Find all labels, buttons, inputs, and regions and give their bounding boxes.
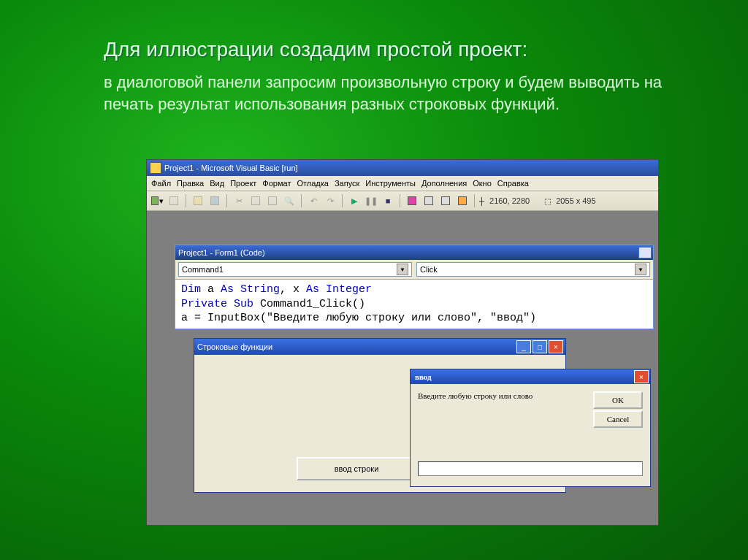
inputbox-field[interactable]: [418, 461, 643, 476]
run-icon[interactable]: ▶: [347, 193, 362, 208]
stop-icon[interactable]: ■: [381, 193, 395, 208]
app-icon: [150, 162, 161, 174]
code-title-text: Project1 - Form1 (Code): [178, 248, 265, 257]
menu-window[interactable]: Окно: [473, 179, 492, 188]
form-title-text: Строковые функции: [197, 342, 272, 351]
cut-icon: ✂: [232, 193, 246, 208]
code-window: Project1 - Form1 (Code) Command1 ▼ Click…: [175, 245, 654, 329]
menu-run[interactable]: Запуск: [335, 179, 359, 188]
maximize-icon[interactable]: □: [533, 340, 547, 353]
addform-icon[interactable]: ▾: [150, 193, 164, 208]
chevron-down-icon[interactable]: ▼: [397, 264, 408, 275]
menu-edit[interactable]: Правка: [177, 179, 204, 188]
form-titlebar[interactable]: Строковые функции _ □ ×: [194, 339, 565, 355]
addmodule-icon: [167, 193, 181, 208]
code-area[interactable]: Dim a As String, x As Integer Private Su…: [175, 280, 653, 329]
pause-icon[interactable]: ❚❚: [364, 193, 378, 208]
procedure-combo[interactable]: Click ▼: [416, 262, 650, 277]
paste-icon: [265, 193, 280, 208]
menu-tools[interactable]: Инструменты: [365, 179, 416, 188]
inputbox-title-text: ввод: [415, 372, 432, 381]
redo-icon: ↷: [323, 193, 337, 208]
minimize-icon[interactable]: _: [516, 340, 531, 353]
menu-debug[interactable]: Отладка: [297, 179, 328, 188]
slide-subtitle: в диалоговой панели запросим произвольну…: [0, 61, 748, 115]
object-combo[interactable]: Command1 ▼: [178, 262, 412, 277]
chevron-down-icon[interactable]: ▼: [635, 264, 646, 275]
code-line-2: Private Sub Command1_Click(): [181, 297, 647, 312]
procedure-combo-value: Click: [420, 265, 438, 274]
ide-title-text: Project1 - Microsoft Visual Basic [run]: [164, 164, 298, 172]
inputbox-dialog: ввод × Введите любую строку или слово OK…: [410, 369, 651, 487]
undo-icon: ↶: [306, 193, 321, 208]
menu-bar[interactable]: Файл Правка Вид Проект Формат Отладка За…: [147, 176, 658, 191]
save-icon: [207, 193, 222, 208]
menu-project[interactable]: Проект: [230, 179, 256, 188]
find-icon: 🔍: [282, 193, 297, 208]
object-browser-icon[interactable]: [438, 193, 453, 208]
menu-format[interactable]: Формат: [262, 179, 291, 188]
vb-ide-window: Project1 - Microsoft Visual Basic [run] …: [146, 159, 659, 526]
close-icon[interactable]: ×: [549, 340, 563, 353]
code-line-3: a = InputBox("Введите любую строку или с…: [181, 311, 647, 326]
menu-view[interactable]: Вид: [210, 179, 224, 188]
inputbox-titlebar[interactable]: ввод ×: [411, 369, 650, 384]
ide-titlebar[interactable]: Project1 - Microsoft Visual Basic [run]: [147, 160, 658, 176]
slide-title: Для иллюстрации создадим простой проект:: [0, 0, 748, 61]
object-combo-value: Command1: [182, 265, 224, 274]
inputbox-prompt: Введите любую строку или слово: [418, 391, 533, 400]
menu-file[interactable]: Файл: [151, 179, 171, 188]
ok-button[interactable]: OK: [593, 391, 643, 409]
menu-addins[interactable]: Дополнения: [421, 179, 467, 188]
toolbar: ▾ ✂ 🔍 ↶ ↷ ▶ ❚❚ ■ ┼ 2160, 2280 ⬚ 2055 x 4…: [147, 191, 658, 211]
enter-string-button[interactable]: ввод строки: [297, 457, 416, 480]
toolbox-icon[interactable]: [455, 193, 470, 208]
code-line-1: Dim a As String, x As Integer: [181, 283, 647, 297]
coord-size: 2055 x 495: [556, 196, 595, 205]
minimize-icon[interactable]: [638, 247, 652, 258]
project-explorer-icon[interactable]: [405, 193, 419, 208]
properties-icon[interactable]: [421, 193, 436, 208]
cancel-button[interactable]: Cancel: [593, 410, 643, 428]
code-titlebar[interactable]: Project1 - Form1 (Code): [175, 245, 653, 260]
close-icon[interactable]: ×: [634, 370, 649, 383]
open-icon: [191, 193, 205, 208]
coord-pos: 2160, 2280: [489, 196, 530, 205]
combo-row: Command1 ▼ Click ▼: [175, 260, 653, 280]
copy-icon: [248, 193, 263, 208]
menu-help[interactable]: Справка: [497, 179, 529, 188]
